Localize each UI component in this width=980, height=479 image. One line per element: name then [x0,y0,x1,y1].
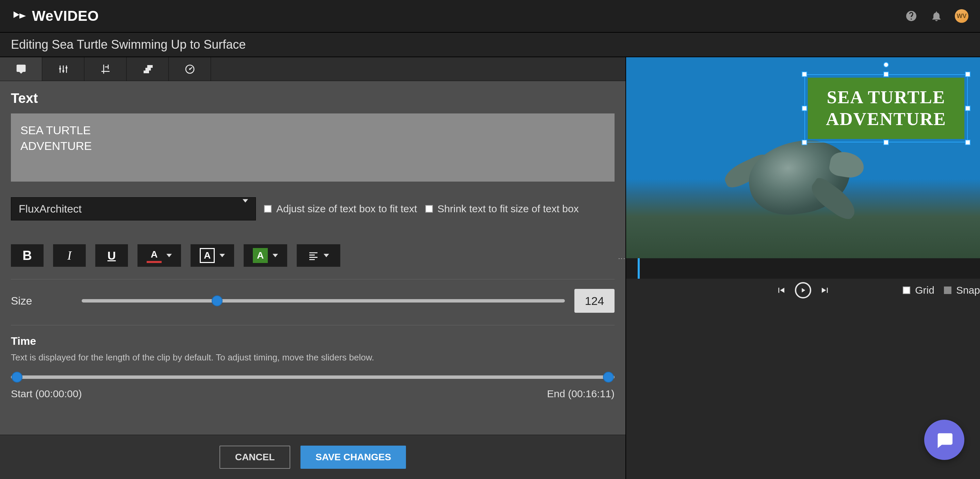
text-color-button[interactable]: A [137,244,181,267]
underline-button[interactable]: U [95,244,128,267]
italic-button[interactable]: I [53,244,86,267]
bold-button[interactable]: B [11,244,43,267]
panel-heading: Text [11,91,614,106]
resize-handle[interactable] [802,72,807,77]
wevideo-logo-icon [11,8,27,24]
text-color-icon: A [147,248,162,263]
chevron-down-icon [324,254,329,257]
shrink-text-checkbox[interactable]: Shrink text to fit size of text box [425,203,579,215]
tab-layers[interactable] [127,57,169,81]
time-start-thumb[interactable] [11,372,22,383]
svg-point-1 [62,70,64,72]
tab-text[interactable] [0,57,42,81]
brand-logo[interactable]: WeVIDEO [11,8,99,24]
resize-handle[interactable] [965,105,970,111]
size-slider-thumb[interactable] [212,295,223,306]
resize-handle[interactable] [883,72,889,77]
prev-frame-button[interactable] [776,285,786,295]
snap-label: Snap [956,284,980,296]
checkbox-icon [425,205,433,212]
adjust-box-checkbox[interactable]: Adjust size of text box to fit text [264,203,417,215]
outline-color-icon: A [200,248,215,263]
time-end-thumb[interactable] [603,372,614,383]
text-content-input[interactable] [11,113,614,182]
tab-speed[interactable] [169,57,211,81]
chat-support-button[interactable] [924,420,964,460]
outline-color-button[interactable]: A [191,244,234,267]
text-format-toolbar: B I U A A A [11,244,614,267]
avatar[interactable]: WV [955,9,969,23]
chevron-down-icon [220,254,225,257]
video-preview[interactable]: SEA TURTLE ADVENTURE [626,57,980,279]
rotate-handle[interactable] [883,62,889,67]
svg-point-0 [59,67,61,70]
highlight-color-icon: A [253,248,268,263]
highlight-color-button[interactable]: A [243,244,287,267]
checkbox-icon [903,286,910,294]
help-icon[interactable] [904,9,918,23]
brand-name: WeVIDEO [32,8,99,24]
time-end-label: End (00:16:11) [547,388,614,400]
tab-crop[interactable] [84,57,127,81]
size-slider[interactable] [82,297,565,304]
align-left-icon [308,250,319,261]
checkbox-icon [264,205,272,212]
play-button[interactable] [795,282,811,299]
grid-toggle[interactable]: Grid [903,284,934,296]
divider [11,279,614,279]
next-frame-button[interactable] [820,285,830,295]
preview-timeline-strip[interactable] [626,258,980,279]
chevron-down-icon [243,199,248,215]
resize-handle[interactable] [965,72,970,77]
alignment-button[interactable] [297,244,340,267]
size-value-input[interactable] [574,289,614,313]
svg-point-4 [189,68,191,70]
font-family-select[interactable]: FluxArchitect [11,197,256,220]
app-topbar: WeVIDEO WV [0,0,980,33]
size-label: Size [11,295,72,307]
adjust-box-label: Adjust size of text box to fit text [276,203,417,215]
svg-point-2 [65,67,67,69]
panel-resize-handle[interactable]: ⋮ [617,255,626,261]
page-title: Editing Sea Turtle Swimming Up to Surfac… [0,33,980,57]
snap-toggle[interactable]: Snap [944,284,980,296]
time-help-text: Text is displayed for the length of the … [11,352,614,363]
editor-tabs [0,57,625,81]
time-range-slider[interactable] [11,374,614,380]
grid-label: Grid [915,284,934,296]
save-button[interactable]: SAVE CHANGES [301,445,406,469]
text-overlay-selection[interactable]: SEA TURTLE ADVENTURE [801,71,971,146]
transport-bar: Grid Snap [626,279,980,302]
resize-handle[interactable] [802,105,807,111]
notifications-icon[interactable] [930,9,943,23]
cancel-button[interactable]: CANCEL [220,445,291,469]
resize-handle[interactable] [965,140,970,145]
time-label: Time [11,335,614,348]
checkbox-icon [944,286,951,294]
chat-icon [934,430,954,450]
shrink-text-label: Shrink text to fit size of text box [438,203,579,215]
chevron-down-icon [166,254,172,257]
action-bar: CANCEL SAVE CHANGES [0,435,625,479]
chevron-down-icon [272,254,278,257]
play-icon [799,286,807,294]
resize-handle[interactable] [883,140,889,145]
font-family-value: FluxArchitect [19,203,82,215]
resize-handle[interactable] [802,140,807,145]
time-start-label: Start (00:00:00) [11,388,82,400]
tab-adjust[interactable] [42,57,84,81]
